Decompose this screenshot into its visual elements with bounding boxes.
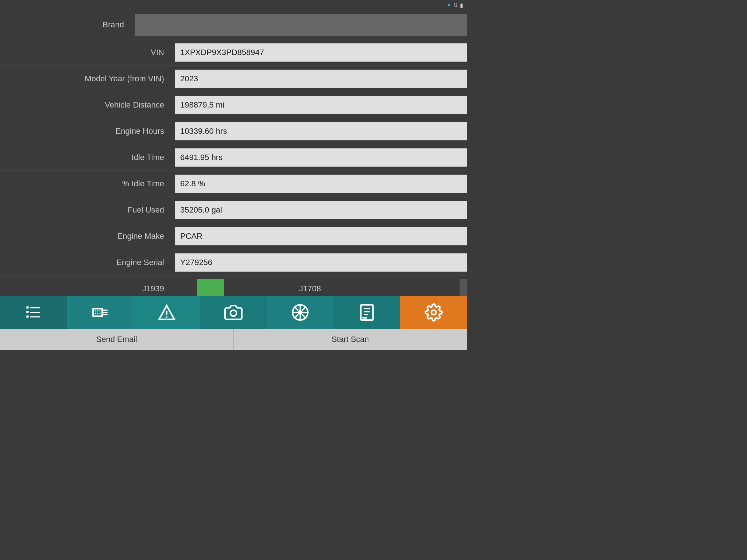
model-year-value[interactable]: 2023 [175, 70, 467, 88]
report-icon [358, 303, 376, 322]
send-email-button[interactable]: Send Email [0, 329, 234, 350]
pct-idle-time-value[interactable]: 62.8 % [175, 175, 467, 193]
wheel-icon [291, 303, 309, 322]
battery-icon: ▮ [460, 2, 463, 9]
scrollbar[interactable] [460, 279, 467, 296]
vehicle-distance-label: Vehicle Distance [0, 100, 175, 110]
start-scan-button[interactable]: Start Scan [234, 329, 467, 350]
j1708-label: J1708 [299, 284, 321, 293]
warning-icon [158, 303, 176, 322]
camera-icon [224, 303, 243, 322]
toolbar-checklist[interactable] [0, 296, 67, 329]
engine-make-row: Engine Make PCAR [0, 223, 467, 249]
toolbar-report[interactable] [333, 296, 400, 329]
sync-icon: ⇅ [453, 2, 458, 8]
engine-serial-value[interactable]: Y279256 [175, 253, 467, 272]
svg-point-20 [231, 310, 237, 316]
toggle-area[interactable]: J1708 [175, 279, 467, 296]
idle-time-row: Idle Time 6491.95 hrs [0, 144, 467, 171]
model-year-label: Model Year (from VIN) [0, 74, 175, 83]
svg-point-16 [100, 312, 101, 314]
svg-line-28 [302, 314, 306, 318]
pct-idle-time-label: % Idle Time [0, 179, 175, 188]
svg-line-27 [295, 307, 298, 311]
svg-point-22 [298, 310, 303, 315]
svg-point-11 [95, 310, 96, 311]
vin-row: VIN 1XPXDP9X3PD858947 [0, 39, 467, 66]
svg-line-29 [302, 307, 306, 311]
svg-point-15 [97, 312, 98, 314]
module-icon [91, 303, 109, 322]
svg-point-13 [100, 310, 101, 311]
toolbar-camera[interactable] [200, 296, 267, 329]
checklist-icon [24, 303, 42, 322]
brand-label: Brand [0, 20, 135, 30]
idle-time-label: Idle Time [0, 153, 175, 162]
engine-make-value[interactable]: PCAR [175, 227, 467, 245]
model-year-row: Model Year (from VIN) 2023 [0, 66, 467, 92]
main-content: Brand VIN 1XPXDP9X3PD858947 Model Year (… [0, 10, 467, 296]
fuel-used-row: Fuel Used 35205.0 gal [0, 197, 467, 223]
svg-rect-35 [362, 317, 367, 319]
bluetooth-icon: ✦ [447, 2, 451, 8]
svg-point-14 [95, 312, 96, 314]
brand-row: Brand [0, 10, 467, 39]
pct-idle-time-row: % Idle Time 62.8 % [0, 171, 467, 197]
idle-time-value[interactable]: 6491.95 hrs [175, 148, 467, 167]
brand-value[interactable] [135, 14, 467, 36]
j1939-toggle[interactable] [197, 279, 224, 296]
toolbar-warning[interactable] [133, 296, 200, 329]
toolbar-settings[interactable] [400, 296, 467, 329]
protocol-toggle-row: J1939 J1708 [0, 276, 467, 296]
engine-hours-row: Engine Hours 10339.60 hrs [0, 118, 467, 144]
fuel-used-value[interactable]: 35205.0 gal [175, 201, 467, 219]
svg-point-36 [431, 310, 436, 315]
settings-icon [425, 303, 443, 322]
vehicle-distance-row: Vehicle Distance 198879.5 mi [0, 92, 467, 118]
j1939-label: J1939 [0, 284, 175, 293]
engine-serial-label: Engine Serial [0, 258, 175, 267]
svg-rect-4 [27, 315, 29, 318]
engine-hours-value[interactable]: 10339.60 hrs [175, 122, 467, 140]
vehicle-distance-value[interactable]: 198879.5 mi [175, 96, 467, 114]
toolbar [0, 296, 467, 329]
svg-rect-5 [30, 316, 40, 317]
svg-rect-3 [30, 312, 40, 313]
svg-point-12 [97, 310, 98, 311]
svg-line-30 [295, 314, 298, 318]
status-bar: ✦ ⇅ ▮ [430, 0, 467, 10]
engine-hours-label: Engine Hours [0, 127, 175, 136]
engine-serial-row: Engine Serial Y279256 [0, 249, 467, 276]
svg-point-19 [166, 316, 167, 318]
toolbar-module[interactable] [67, 296, 133, 329]
svg-rect-1 [30, 307, 40, 308]
fuel-used-label: Fuel Used [0, 205, 175, 215]
vin-value[interactable]: 1XPXDP9X3PD858947 [175, 43, 467, 62]
toolbar-wheel[interactable] [267, 296, 333, 329]
action-bar: Send Email Start Scan [0, 329, 467, 350]
vin-label: VIN [0, 48, 175, 57]
engine-make-label: Engine Make [0, 232, 175, 241]
